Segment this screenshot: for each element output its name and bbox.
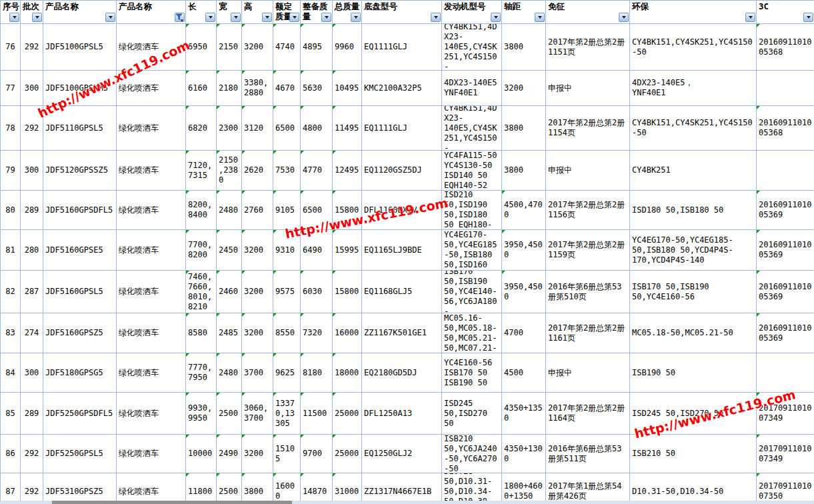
header-width[interactable]: 宽 <box>217 1 242 24</box>
cell-product-code[interactable]: JDF5160GPSE5 <box>43 230 117 271</box>
cell-serial[interactable]: 85 <box>1 393 21 435</box>
cell-batch[interactable]: 292 <box>21 24 43 71</box>
cell-wheelbase[interactable]: 4500 <box>502 353 546 393</box>
cell-length[interactable]: 7700,8200 <box>186 230 217 271</box>
filter-dropdown-button[interactable] <box>205 13 215 22</box>
cell-curb-mass[interactable]: 6490 <box>301 230 333 271</box>
cell-product-name[interactable]: 绿化喷洒车 <box>117 393 186 435</box>
cell-environmental[interactable]: D10.31-50,D10.34-50 <box>630 473 757 504</box>
cell-curb-mass[interactable]: 4800 <box>301 106 333 151</box>
cell-chassis-model[interactable]: DFL1250A13 <box>362 393 442 435</box>
header-curb-mass[interactable]: 整备质量 <box>301 1 333 24</box>
cell-exemption[interactable]: 申报中 <box>546 353 630 393</box>
cell-exemption[interactable]: 2017年第2册总第2册1159页 <box>546 230 630 271</box>
filter-dropdown-button[interactable] <box>105 13 115 22</box>
cell-rated-mass[interactable]: 9105 <box>273 191 301 230</box>
filter-dropdown-button[interactable] <box>321 13 331 22</box>
cell-batch[interactable]: 300 <box>21 71 43 106</box>
cell-ccc[interactable] <box>757 353 814 393</box>
cell-rated-mass[interactable]: 9310 <box>273 230 301 271</box>
cell-serial[interactable]: 84 <box>1 353 21 393</box>
cell-curb-mass[interactable]: 6500 <box>301 191 333 230</box>
cell-batch[interactable]: 289 <box>21 393 43 435</box>
cell-wheelbase[interactable]: 4500,4700 <box>502 191 546 230</box>
cell-curb-mass[interactable]: 11500 <box>301 393 333 435</box>
cell-serial[interactable]: 86 <box>1 435 21 473</box>
cell-ccc[interactable]: 2016091101005368 <box>757 24 814 71</box>
cell-rated-mass[interactable]: 9575 <box>273 271 301 313</box>
cell-product-code[interactable]: JDF5160GPSDFL5 <box>43 191 117 230</box>
cell-curb-mass[interactable]: 14870 <box>301 473 333 504</box>
cell-height[interactable]: 3380,2880 <box>242 71 273 106</box>
header-serial[interactable]: 序号 <box>1 1 21 24</box>
header-wheelbase[interactable]: 轴距 <box>502 1 546 24</box>
cell-height[interactable]: 3060,3700 <box>242 393 273 435</box>
cell-width[interactable]: 2480 <box>217 191 242 230</box>
filter-dropdown-button[interactable] <box>491 13 501 22</box>
cell-curb-mass[interactable]: 6030 <box>301 271 333 313</box>
cell-curb-mass[interactable]: 9700 <box>301 435 333 473</box>
cell-gross-mass[interactable]: 25000 <box>333 435 362 473</box>
cell-height[interactable]: 3200 <box>242 24 273 71</box>
cell-curb-mass[interactable]: 5630 <box>301 71 333 106</box>
cell-product-name[interactable]: 绿化喷洒车 <box>117 473 186 504</box>
cell-environmental[interactable]: ISB170 50,ISB190 50,YC4E160-56 <box>630 271 757 313</box>
cell-gross-mass[interactable]: 16000 <box>333 313 362 353</box>
cell-width[interactable]: 2480 <box>217 353 242 393</box>
cell-wheelbase[interactable]: 3800 <box>502 151 546 191</box>
cell-width[interactable]: 2180 <box>217 71 242 106</box>
cell-width[interactable]: 2485 <box>217 313 242 353</box>
cell-width[interactable]: 2500 <box>217 473 242 504</box>
cell-product-code[interactable]: JDF5110GPSL5 <box>43 106 117 151</box>
cell-exemption[interactable]: 2017年第2册总第2册1151页 <box>546 24 630 71</box>
cell-product-code[interactable]: JDF5250GPSL5 <box>43 435 117 473</box>
filter-dropdown-button[interactable] <box>745 13 755 22</box>
cell-rated-mass[interactable]: 6500 <box>273 106 301 151</box>
cell-curb-mass[interactable]: 4895 <box>301 24 333 71</box>
header-chassis-model[interactable]: 底盘型号 <box>362 1 442 24</box>
cell-gross-mass[interactable]: 15800 <box>333 191 362 230</box>
cell-length[interactable]: 11800 <box>186 473 217 504</box>
cell-wheelbase[interactable]: 3950,4500 <box>502 271 546 313</box>
cell-engine-model[interactable]: ISD245 50,ISD270 50 <box>442 393 502 435</box>
cell-batch[interactable]: 274 <box>21 313 43 353</box>
cell-height[interactable]: 3200 <box>242 435 273 473</box>
cell-width[interactable]: 2150,2380 <box>217 151 242 191</box>
cell-engine-model[interactable]: D10.28-50,D10.31-50,D10.34-50,D10.38-50 <box>442 473 502 504</box>
cell-rated-mass[interactable]: 8550 <box>273 313 301 353</box>
cell-wheelbase[interactable]: 3800 <box>502 106 546 151</box>
cell-chassis-model[interactable]: EQ1165LJ9BDE <box>362 230 442 271</box>
cell-environmental[interactable]: MC05.18-50,MC05.21-50 <box>630 313 757 353</box>
cell-product-name[interactable]: 绿化喷洒车 <box>117 271 186 313</box>
cell-curb-mass[interactable]: 8180 <box>301 353 333 393</box>
cell-environmental[interactable]: YC4EG170-50,YC4EG185-50,ISB180 50,YCD4P4… <box>630 230 757 271</box>
cell-engine-model[interactable]: YC4FA115-50 YC4S130-50 ISD140 50 EQH140-… <box>442 151 502 191</box>
cell-rated-mass[interactable]: 4670 <box>273 71 301 106</box>
filter-dropdown-button[interactable] <box>351 13 361 22</box>
header-length[interactable]: 长 <box>186 1 217 24</box>
cell-length[interactable]: 7460,7660,8010,8210 <box>186 271 217 313</box>
cell-engine-model[interactable]: ISB170 50,ISB190 50,YC4E140-56,YC6JA180- <box>442 271 502 313</box>
cell-length[interactable]: 8200,8400 <box>186 191 217 230</box>
header-gross-mass[interactable]: 总质量 <box>333 1 362 24</box>
filter-funnel-button[interactable] <box>175 13 185 22</box>
cell-engine-model[interactable]: YC4EG170-50,YC4EG185-50,ISB180 50,ISD160 <box>442 230 502 271</box>
cell-environmental[interactable]: CY4BK151,CY4SK251,YC4S150-50 <box>630 106 757 151</box>
cell-chassis-model[interactable]: EQ1111GLJ <box>362 106 442 151</box>
cell-product-code[interactable]: JDF5250GPSDFL5 <box>43 393 117 435</box>
cell-rated-mass[interactable]: 4740 <box>273 24 301 71</box>
cell-engine-model[interactable]: CY4BK151,4DX23-140E5,CY4SK251,YC4S150- <box>442 24 502 71</box>
header-height[interactable]: 高 <box>242 1 273 24</box>
cell-serial[interactable]: 80 <box>1 191 21 230</box>
cell-wheelbase[interactable]: 3950,4500 <box>502 230 546 271</box>
cell-length[interactable]: 6950 <box>186 24 217 71</box>
cell-product-code[interactable]: JDF5120GPSSZ5 <box>43 151 117 191</box>
cell-ccc[interactable]: 2016091101005368 <box>757 106 814 151</box>
cell-chassis-model[interactable]: ZZ1317N4667E1B <box>362 473 442 504</box>
filter-dropdown-button[interactable] <box>619 13 629 22</box>
cell-wheelbase[interactable]: 4350+1300 <box>502 435 546 473</box>
cell-gross-mass[interactable]: 31000 <box>333 473 362 504</box>
cell-wheelbase[interactable]: 4700 <box>502 313 546 353</box>
cell-product-code[interactable]: JDF5100GPSKM5 <box>43 71 117 106</box>
cell-width[interactable]: 2450 <box>217 230 242 271</box>
